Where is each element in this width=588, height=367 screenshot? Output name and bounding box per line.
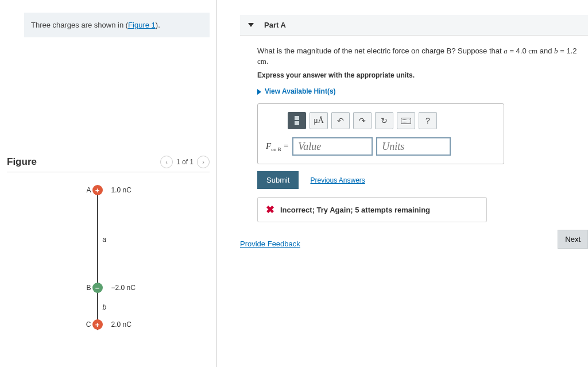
charge-A-icon: + — [92, 185, 103, 195]
view-hints-link[interactable]: View Available Hint(s) — [257, 87, 579, 95]
figure-pager-text: 1 of 1 — [176, 158, 194, 166]
value-input[interactable] — [292, 137, 373, 156]
feedback-text: Incorrect; Try Again; 5 attempts remaini… — [280, 206, 430, 214]
problem-text-prefix: Three charges are shown in ( — [31, 21, 128, 29]
template-picker-button[interactable] — [288, 112, 306, 129]
charge-B-icon: − — [92, 283, 103, 293]
submit-button[interactable]: Submit — [257, 171, 299, 189]
keyboard-icon — [401, 118, 411, 124]
chevron-right-icon — [257, 89, 261, 95]
special-chars-button[interactable]: μÅ — [310, 112, 328, 129]
charge-C-icon: + — [92, 319, 103, 330]
units-input[interactable] — [376, 137, 451, 156]
question-text: What is the magnitude of the net electri… — [257, 46, 579, 67]
charge-A-value: 1.0 nC — [111, 186, 131, 194]
next-button[interactable]: Next — [558, 230, 588, 249]
charge-C-value: 2.0 nC — [111, 320, 131, 329]
charge-C-label: C — [86, 320, 91, 329]
help-button[interactable]: ? — [419, 112, 437, 129]
problem-statement: Three charges are shown in (Figure 1). — [24, 13, 210, 37]
reset-button[interactable]: ↻ — [375, 112, 393, 129]
redo-button[interactable]: ↷ — [353, 112, 372, 129]
figure-panel: Figure ‹ 1 of 1 › A + 1.0 nC a — [7, 152, 210, 333]
fraction-icon — [295, 115, 299, 126]
keyboard-button[interactable] — [397, 112, 415, 129]
equation-toolbar: μÅ ↶ ↷ ↻ ? — [288, 112, 496, 129]
figure-next-button[interactable]: › — [197, 156, 210, 168]
previous-answers-link[interactable]: Previous Answers — [310, 176, 365, 184]
incorrect-icon: ✖ — [266, 203, 274, 216]
part-title: Part A — [264, 21, 286, 29]
part-header[interactable]: Part A — [240, 15, 588, 36]
problem-text-suffix: ). — [156, 21, 160, 29]
chevron-down-icon — [248, 23, 254, 27]
figure-diagram: A + 1.0 nC a B − −2.0 nC b C + 2.0 nC — [68, 184, 149, 333]
charge-A-label: A — [86, 186, 91, 194]
grading-feedback: ✖ Incorrect; Try Again; 5 attempts remai… — [257, 197, 487, 222]
undo-button[interactable]: ↶ — [331, 112, 350, 129]
provide-feedback-link[interactable]: Provide Feedback — [240, 239, 300, 248]
distance-b-label: b — [103, 303, 107, 311]
figure-prev-button[interactable]: ‹ — [160, 156, 173, 168]
charge-B-value: −2.0 nC — [111, 284, 136, 292]
figure-link[interactable]: Figure 1 — [128, 21, 156, 29]
charge-B-label: B — [86, 284, 91, 292]
figure-title: Figure — [7, 156, 37, 168]
answer-input-box: μÅ ↶ ↷ ↻ ? Fon B = — [257, 103, 504, 164]
distance-a-label: a — [103, 235, 107, 244]
answer-variable-label: Fon B = — [266, 141, 289, 152]
instruction-text: Express your answer with the appropriate… — [257, 71, 579, 79]
